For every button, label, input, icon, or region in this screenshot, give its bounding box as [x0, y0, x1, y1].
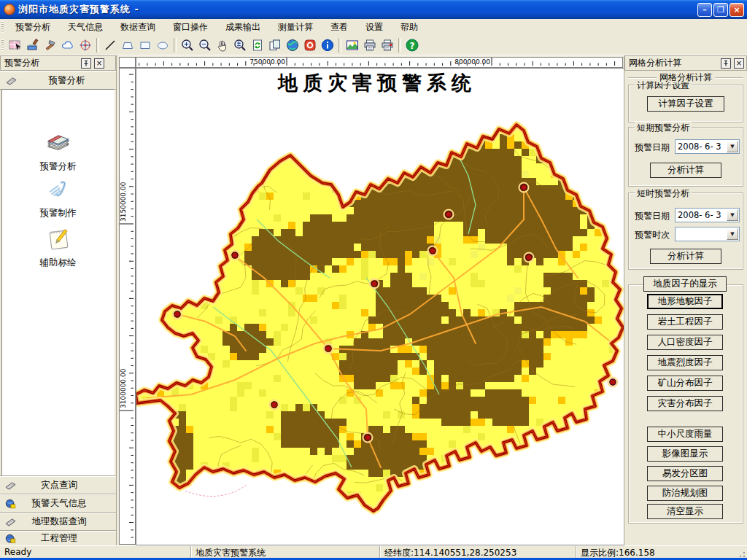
section-header-label: 预警分析 — [18, 74, 116, 87]
menu-bar: 预警分析 天气信息 数据查询 窗口操作 成果输出 测量计算 查看 设置 帮助 — [0, 19, 747, 36]
menu-settings[interactable]: 设置 — [357, 19, 392, 36]
sidebar-item-label: 灾点查询 — [17, 479, 101, 491]
pen-icon — [44, 176, 72, 203]
wedge-icon — [4, 480, 17, 491]
zoom-extent-icon[interactable] — [231, 36, 249, 54]
population-factor-button[interactable]: 人口密度因子 — [647, 335, 723, 350]
close-button[interactable]: × — [729, 3, 744, 17]
map-view: 750000.00800000.00 3150000.003100000.00 … — [117, 55, 624, 545]
short-term-analyze-button[interactable]: 分析计算 — [650, 163, 721, 178]
refresh-icon[interactable] — [249, 36, 266, 54]
right-panel-header: 网格分析计算 × — [624, 55, 747, 71]
menu-warning-analysis[interactable]: 预警分析 — [7, 19, 59, 36]
menu-help[interactable]: 帮助 — [392, 19, 427, 36]
short-term-date-select[interactable]: 2008- 6- 3 ▼ — [675, 139, 740, 154]
sidebar-item-project-management[interactable]: 工程管理 — [0, 530, 116, 546]
factor-setup-button[interactable]: 计算因子设置 — [647, 96, 724, 112]
resize-grip[interactable] — [736, 548, 746, 558]
susceptibility-map-button[interactable]: 易发分区图 — [647, 466, 723, 481]
date-value: 2008- 6- 3 — [678, 141, 721, 152]
line-icon[interactable] — [101, 36, 119, 54]
tool-label: 预警分析 — [2, 160, 114, 173]
clear-display-button[interactable]: 清空显示 — [647, 504, 723, 519]
mine-factor-button[interactable]: 矿山分布因子 — [647, 376, 723, 391]
short-time-date-select[interactable]: 2008- 6- 3 ▼ — [675, 208, 740, 222]
rainfall-button[interactable]: 中小尺度雨量 — [647, 427, 723, 442]
project-icon — [4, 533, 17, 545]
wedge-icon — [4, 516, 17, 527]
disaster-factor-button[interactable]: 灾害分布因子 — [647, 396, 723, 411]
copy-icon[interactable] — [266, 36, 284, 54]
left-panel-header: 预警分析 × — [0, 55, 116, 71]
toolbar-grip[interactable] — [1, 39, 4, 51]
svg-text:800000.00: 800000.00 — [454, 58, 490, 66]
sidebar-item-label: 工程管理 — [17, 532, 101, 545]
short-time-analyze-button[interactable]: 分析计算 — [650, 249, 721, 264]
warning-analysis-panel: 预警分析 × 预警分析 预警分析 预警制作 — [0, 55, 117, 545]
sidebar-item-geo-data-query[interactable]: 地理数据查询 — [0, 512, 116, 531]
status-bar: Ready 地质灾害预警系统 经纬度:114.140551,28.250253 … — [0, 545, 747, 559]
chevron-down-icon[interactable]: ▼ — [727, 209, 738, 221]
imagery-button[interactable]: 影像图显示 — [647, 446, 723, 462]
ellipse-icon[interactable] — [154, 36, 171, 54]
cloud-icon[interactable] — [59, 36, 77, 54]
title-bar: 浏阳市地质灾害预警系统 - – ❐ × — [0, 0, 747, 19]
pin-icon[interactable] — [721, 58, 731, 69]
short-time-times-select[interactable]: ▼ — [675, 227, 740, 241]
left-panel-title: 预警分析 — [4, 58, 39, 68]
zoom-out-icon[interactable] — [196, 36, 214, 54]
app-window: 浏阳市地质灾害预警系统 - – ❐ × 预警分析 天气信息 数据查询 窗口操作 … — [0, 0, 747, 560]
tool-auxiliary-plotting[interactable]: 辅助标绘 — [2, 225, 114, 269]
menu-weather-info[interactable]: 天气信息 — [59, 19, 112, 36]
outer-group-label: 网格分析计算 — [657, 72, 715, 82]
factor-display-header-button[interactable]: 地质因子的显示 — [643, 276, 727, 292]
svg-text:3150000.00: 3150000.00 — [120, 182, 127, 222]
minimize-button[interactable]: – — [697, 3, 712, 17]
tool-warning-analysis[interactable]: 预警分析 — [2, 129, 114, 173]
tool-warning-production[interactable]: 预警制作 — [2, 176, 114, 219]
chevron-down-icon[interactable]: ▼ — [727, 228, 738, 240]
hammer-icon[interactable] — [42, 36, 59, 54]
map-canvas[interactable]: 地质灾害预警系统 — [136, 68, 624, 545]
right-panel-title: 网格分析计算 — [629, 58, 681, 68]
ruler-corner — [119, 57, 136, 68]
rectangle-icon[interactable] — [136, 36, 154, 54]
menu-window-ops[interactable]: 窗口操作 — [164, 19, 217, 36]
wedge-icon — [5, 75, 18, 86]
map-select-icon[interactable] — [7, 36, 24, 54]
pin-icon[interactable] — [81, 58, 91, 69]
close-icon[interactable]: × — [94, 58, 104, 69]
map-title: 地质灾害预警系统 — [277, 71, 476, 94]
status-system-name: 地质灾害预警系统 — [191, 546, 380, 559]
seismic-factor-button[interactable]: 地震烈度因子 — [647, 355, 723, 370]
pan-icon[interactable] — [214, 36, 231, 54]
zoom-in-icon[interactable] — [179, 36, 196, 54]
date-value: 2008- 6- 3 — [678, 210, 721, 220]
toolbar-separator — [338, 38, 341, 52]
tool-label: 预警制作 — [2, 207, 114, 219]
prevention-plan-button[interactable]: 防治规划图 — [647, 486, 723, 501]
geotech-factor-button[interactable]: 岩土工程因子 — [647, 314, 723, 330]
globe-icon[interactable] — [284, 36, 301, 54]
menu-measure-calc[interactable]: 测量计算 — [269, 19, 322, 36]
help-icon[interactable]: ? — [403, 36, 421, 54]
restore-button[interactable]: ❐ — [713, 3, 728, 17]
polygon-icon[interactable] — [119, 36, 136, 54]
paint-icon[interactable] — [24, 36, 42, 54]
left-panel-section-header[interactable]: 预警分析 — [0, 71, 116, 90]
chevron-down-icon[interactable]: ▼ — [727, 141, 738, 152]
menu-grip[interactable] — [1, 21, 4, 33]
sidebar-item-disaster-point-query[interactable]: 灾点查询 — [0, 475, 116, 494]
stop-icon[interactable] — [301, 36, 319, 54]
print-color-icon[interactable] — [379, 36, 396, 54]
crosshair-icon[interactable] — [77, 36, 94, 54]
menu-data-query[interactable]: 数据查询 — [112, 19, 164, 36]
menu-view[interactable]: 查看 — [322, 19, 357, 36]
close-icon[interactable]: × — [734, 58, 744, 69]
image-icon[interactable] — [344, 36, 361, 54]
info-icon[interactable] — [319, 36, 336, 54]
sidebar-item-warning-weather-info[interactable]: 预警天气信息 — [0, 494, 116, 513]
terrain-factor-button[interactable]: 地形地貌因子 — [647, 294, 723, 309]
menu-result-output[interactable]: 成果输出 — [217, 19, 269, 36]
print-icon[interactable] — [361, 36, 379, 54]
